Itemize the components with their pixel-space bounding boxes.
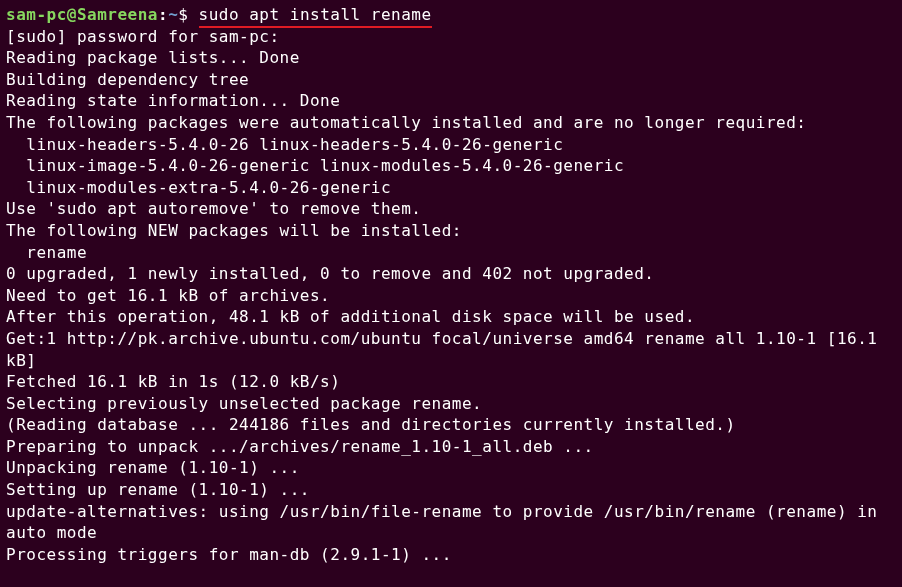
output-line: (Reading database ... 244186 files and d… [6,414,896,436]
output-line: Get:1 http://pk.archive.ubuntu.com/ubunt… [6,328,896,371]
output-line: The following packages were automaticall… [6,112,896,134]
output-line: Reading state information... Done [6,90,896,112]
output-line: After this operation, 48.1 kB of additio… [6,306,896,328]
underline-highlight [199,26,432,28]
output-line: The following NEW packages will be insta… [6,220,896,242]
prompt-line: sam-pc@Samreena:~$ sudo apt install rena… [6,5,432,24]
prompt-at: @ [67,5,77,24]
output-line: linux-headers-5.4.0-26 linux-headers-5.4… [6,134,896,156]
command-text: sudo apt install rename [199,5,432,24]
output-line: linux-modules-extra-5.4.0-26-generic [6,177,896,199]
prompt-host: Samreena [77,5,158,24]
output-line: linux-image-5.4.0-26-generic linux-modul… [6,155,896,177]
output-line: Preparing to unpack .../archives/rename_… [6,436,896,458]
output-line: Unpacking rename (1.10-1) ... [6,457,896,479]
output-line: 0 upgraded, 1 newly installed, 0 to remo… [6,263,896,285]
output-line: Building dependency tree [6,69,896,91]
terminal-output[interactable]: sam-pc@Samreena:~$ sudo apt install rena… [6,4,896,565]
output-line: update-alternatives: using /usr/bin/file… [6,501,896,544]
output-line: [sudo] password for sam-pc: [6,26,896,48]
output-line: Need to get 16.1 kB of archives. [6,285,896,307]
output-line: Fetched 16.1 kB in 1s (12.0 kB/s) [6,371,896,393]
output-line: Use 'sudo apt autoremove' to remove them… [6,198,896,220]
output-lines-container: [sudo] password for sam-pc:Reading packa… [6,26,896,566]
prompt-path: ~ [168,5,178,24]
output-line: Reading package lists... Done [6,47,896,69]
output-line: rename [6,242,896,264]
output-line: Processing triggers for man-db (2.9.1-1)… [6,544,896,566]
prompt-colon: : [158,5,168,24]
command-wrapper: sudo apt install rename [199,4,432,26]
output-line: Selecting previously unselected package … [6,393,896,415]
output-line: Setting up rename (1.10-1) ... [6,479,896,501]
prompt-dollar: $ [178,5,198,24]
prompt-user: sam-pc [6,5,67,24]
